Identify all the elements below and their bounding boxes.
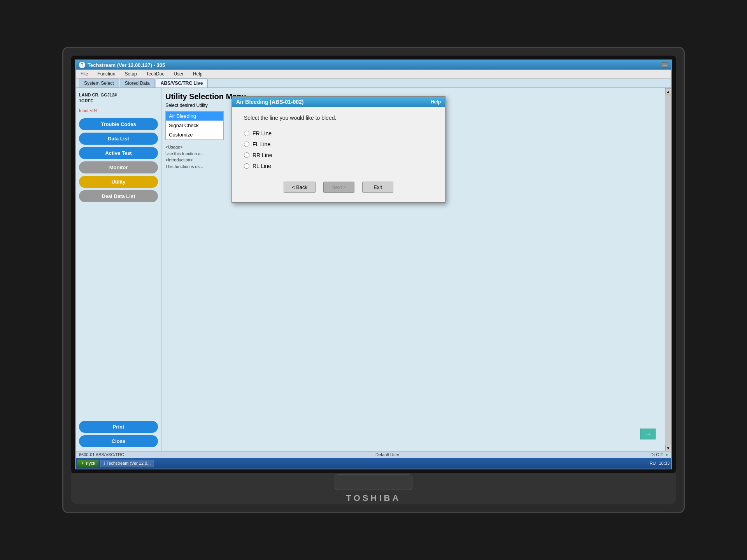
title-bar: T Techstream (Ver 12.00.127) - 305 — bbox=[76, 60, 671, 70]
start-label: пуск bbox=[86, 460, 95, 466]
tab-abs-live[interactable]: ABS/VSC/TRC Live bbox=[156, 79, 208, 88]
modal-prompt: Select the line you would like to bleed. bbox=[244, 115, 433, 121]
minimize-button[interactable]: — bbox=[662, 62, 668, 68]
radio-rr-line[interactable]: RR Line bbox=[244, 152, 433, 158]
menu-techdoc[interactable]: TechDoc bbox=[145, 70, 166, 77]
vin-label: Input VIN bbox=[79, 108, 158, 113]
menu-user[interactable]: User bbox=[172, 70, 185, 77]
status-center: Default User bbox=[375, 452, 399, 457]
main-content: LAND CR. GGJ12# 1GRFE Input VIN Trouble … bbox=[76, 88, 671, 451]
center-content: Utility Selection Menu Select desired Ut… bbox=[161, 88, 665, 451]
modal-title: Air Bleeding (ABS-01-002) bbox=[236, 99, 303, 105]
status-left: 6600-01 ABS/VSC/TRC bbox=[79, 452, 124, 457]
tab-system-select[interactable]: System Select bbox=[79, 79, 119, 88]
utility-item-signal-check[interactable]: Signal Check bbox=[166, 121, 223, 130]
menu-bar: File Function Setup TechDoc User Help bbox=[76, 70, 671, 79]
radio-rr-input[interactable] bbox=[244, 152, 249, 158]
status-bar: 6600-01 ABS/VSC/TRC Default User DLC 2 ● bbox=[76, 451, 671, 458]
modal-title-bar: Air Bleeding (ABS-01-002) Help bbox=[232, 97, 445, 107]
start-button[interactable]: ✦ пуск bbox=[77, 460, 98, 467]
taskbar-techstream-label: Techstream (Ver 12.0... bbox=[107, 461, 151, 466]
menu-file[interactable]: File bbox=[79, 70, 89, 77]
taskbar-right: RU 18:33 bbox=[650, 461, 670, 466]
taskbar-locale: RU bbox=[650, 461, 656, 466]
modal-back-button[interactable]: < Back bbox=[284, 182, 316, 193]
radio-rr-label: RR Line bbox=[253, 152, 272, 158]
menu-help[interactable]: Help bbox=[191, 70, 204, 77]
radio-fl-line[interactable]: FL Line bbox=[244, 141, 433, 147]
radio-rl-line[interactable]: RL Line bbox=[244, 163, 433, 169]
right-scrollbar[interactable]: ▲ ▼ bbox=[665, 88, 671, 451]
active-test-button[interactable]: Active Test bbox=[79, 147, 158, 159]
radio-fr-label: FR Line bbox=[253, 130, 272, 136]
touchpad[interactable] bbox=[335, 474, 412, 490]
trouble-codes-button[interactable]: Trouble Codes bbox=[79, 118, 158, 130]
modal-exit-button[interactable]: Exit bbox=[362, 182, 393, 193]
vehicle-model: LAND CR. GGJ12# bbox=[79, 92, 158, 98]
radio-fl-input[interactable] bbox=[244, 142, 249, 147]
vehicle-engine: 1GRFE bbox=[79, 98, 158, 104]
app-icon: T bbox=[79, 62, 85, 68]
deal-data-list-button[interactable]: Deal Data List bbox=[79, 190, 158, 202]
print-button[interactable]: Print bbox=[79, 421, 158, 433]
radio-fr-input[interactable] bbox=[244, 131, 249, 136]
utility-button[interactable]: Utility bbox=[79, 176, 158, 188]
modal-body: Select the line you would like to bleed.… bbox=[232, 107, 445, 202]
monitor-button[interactable]: Monitor bbox=[79, 161, 158, 173]
modal-next-button[interactable]: Next > bbox=[323, 182, 354, 193]
status-right: DLC 2 ● bbox=[651, 452, 668, 457]
utility-list: Air Bleeding Signal Check Customize bbox=[165, 111, 224, 140]
left-sidebar: LAND CR. GGJ12# 1GRFE Input VIN Trouble … bbox=[76, 88, 161, 451]
line-radio-group: FR Line FL Line RR Line bbox=[244, 130, 433, 169]
scroll-up-arrow[interactable]: ▲ bbox=[665, 88, 671, 94]
menu-function[interactable]: Function bbox=[96, 70, 117, 77]
modal-help-button[interactable]: Help bbox=[431, 99, 441, 105]
radio-fl-label: FL Line bbox=[253, 141, 270, 147]
taskbar-techstream[interactable]: ℹ Techstream (Ver 12.0... bbox=[100, 460, 154, 467]
radio-rl-input[interactable] bbox=[244, 163, 249, 169]
utility-item-air-bleeding[interactable]: Air Bleeding bbox=[166, 112, 223, 121]
laptop-bottom: TOSHIBA bbox=[71, 473, 676, 504]
menu-setup[interactable]: Setup bbox=[123, 70, 138, 77]
scroll-down-arrow[interactable]: ▼ bbox=[665, 445, 671, 451]
taskbar-time: 18:33 bbox=[659, 461, 670, 466]
nav-arrow-right[interactable]: → bbox=[640, 429, 656, 439]
radio-rl-label: RL Line bbox=[253, 163, 271, 169]
brand-label: TOSHIBA bbox=[346, 493, 401, 503]
air-bleeding-modal: Air Bleeding (ABS-01-002) Help Select th… bbox=[231, 96, 445, 203]
vehicle-info: LAND CR. GGJ12# 1GRFE bbox=[79, 92, 158, 104]
app-title: Techstream (Ver 12.00.127) - 305 bbox=[88, 62, 165, 68]
modal-button-row: < Back Next > Exit bbox=[244, 178, 433, 196]
taskbar: ✦ пуск ℹ Techstream (Ver 12.0... RU 18:3… bbox=[76, 458, 671, 469]
tab-stored-data[interactable]: Stored Data bbox=[120, 79, 155, 88]
close-button[interactable]: Close bbox=[79, 435, 158, 447]
tab-bar: System Select Stored Data ABS/VSC/TRC Li… bbox=[76, 79, 671, 88]
data-list-button[interactable]: Data List bbox=[79, 133, 158, 145]
utility-item-customize[interactable]: Customize bbox=[166, 130, 223, 140]
radio-fr-line[interactable]: FR Line bbox=[244, 130, 433, 136]
